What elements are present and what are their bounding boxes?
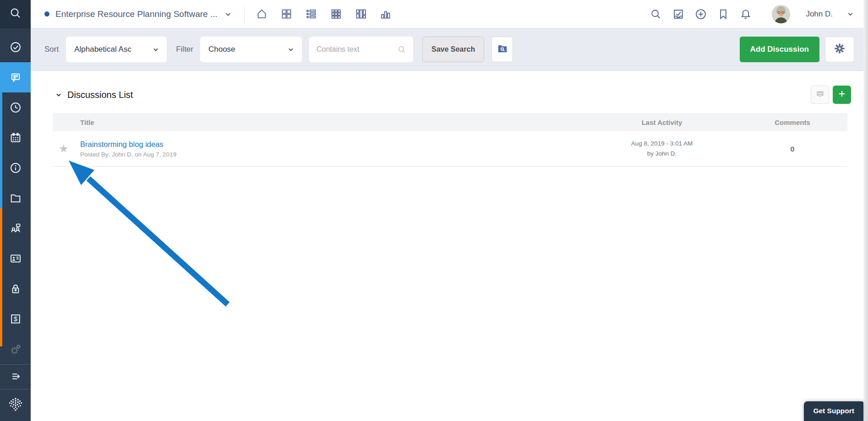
grid-3x3-icon[interactable]: [330, 8, 342, 20]
calendar-icon: [9, 131, 22, 144]
saved-searches-button[interactable]: [491, 37, 513, 62]
contact-card-icon: [9, 252, 22, 265]
bar-chart-icon[interactable]: [379, 8, 392, 20]
plus-icon: [837, 89, 846, 100]
discussion-view-button[interactable]: [811, 86, 829, 104]
discussion-posted-by: Posted By: John D. on Aug 7, 2019: [80, 151, 176, 158]
sidebar-collapse-button[interactable]: [0, 365, 31, 389]
kanban-columns-icon[interactable]: [355, 8, 367, 20]
column-header-title: Title: [53, 119, 586, 126]
last-activity-author: by John D.: [586, 149, 737, 159]
search-icon: [8, 6, 23, 22]
save-search-label: Save Search: [431, 45, 475, 54]
sidebar-section-marker-blue: [0, 92, 2, 208]
sidebar: $: [0, 0, 31, 421]
chevron-down-icon[interactable]: [846, 10, 854, 18]
topbar-divider: [244, 5, 245, 23]
chevron-down-icon: [152, 46, 159, 53]
dollar-icon: $: [9, 313, 22, 325]
folder-icon: [9, 192, 22, 205]
app-root: $: [0, 0, 868, 421]
bell-icon[interactable]: [739, 8, 752, 21]
search-icon[interactable]: [397, 45, 407, 54]
contains-text-field: [309, 37, 413, 62]
sidebar-item-info[interactable]: [0, 153, 31, 183]
sidebar-item-contacts[interactable]: [0, 243, 31, 274]
add-discussion-button[interactable]: Add Discussion: [740, 37, 819, 62]
people-chat-icon: [9, 222, 22, 235]
table-row: ★ Brainstorming blog ideas Posted By: Jo…: [53, 131, 847, 167]
svg-text:$: $: [13, 315, 17, 323]
sidebar-item-tasks[interactable]: [0, 32, 31, 62]
folder-search-icon: [497, 43, 508, 56]
collapse-panel-chevron-icon[interactable]: [55, 91, 62, 98]
discussion-last-activity: Aug 8, 2019 - 3:01 AM by John D.: [586, 139, 737, 159]
last-activity-datetime: Aug 8, 2019 - 3:01 AM: [586, 139, 737, 149]
sort-select-value: Alphabetical Asc: [74, 45, 131, 54]
column-header-last-activity: Last Activity: [586, 119, 737, 126]
sort-label: Sort: [44, 45, 59, 54]
lock-icon: [9, 282, 22, 295]
sidebar-item-billing[interactable]: $: [0, 304, 31, 334]
topbar: Enterprise Resource Planning Software ..…: [31, 0, 868, 28]
inbox-check-icon[interactable]: [672, 8, 685, 21]
clock-icon: [9, 101, 22, 114]
chevron-down-icon: [287, 46, 295, 53]
plus-circle-icon[interactable]: [694, 8, 707, 21]
search-icon[interactable]: [650, 8, 662, 21]
filter-label: Filter: [176, 45, 193, 54]
view-switcher: [256, 8, 392, 20]
chat-icon: [9, 71, 22, 84]
sidebar-item-time[interactable]: [0, 92, 31, 123]
discussions-panel-header: Discussions List: [31, 71, 868, 113]
filter-select[interactable]: Choose: [200, 37, 302, 62]
avatar[interactable]: [772, 5, 790, 23]
check-circle-icon: [9, 41, 22, 54]
page-scrollbar[interactable]: [863, 0, 868, 421]
discussions-table: Title Last Activity Comments ★ Brainstor…: [53, 113, 847, 167]
gear-icon: [834, 43, 846, 56]
discussion-title-link[interactable]: Brainstorming blog ideas: [80, 140, 176, 149]
sidebar-search-button[interactable]: [0, 0, 31, 28]
sidebar-item-settings[interactable]: [0, 334, 31, 364]
settings-button[interactable]: [825, 37, 854, 62]
brand-logo-icon: [8, 397, 23, 414]
save-search-button[interactable]: Save Search: [422, 37, 484, 62]
content-area: Discussions List Title: [31, 71, 868, 421]
column-header-comments: Comments: [737, 119, 847, 126]
add-discussion-label: Add Discussion: [750, 45, 809, 54]
filter-toolbar: Sort Alphabetical Asc Filter Choose Save…: [31, 28, 868, 71]
home-icon[interactable]: [256, 8, 268, 20]
message-square-icon: [815, 89, 825, 101]
sidebar-item-documents[interactable]: [0, 183, 31, 213]
sidebar-nav: $: [0, 32, 31, 364]
grid-2x2-icon[interactable]: [280, 8, 293, 20]
sidebar-section-marker-orange: [0, 208, 2, 346]
sidebar-brand-logo[interactable]: [0, 389, 31, 421]
collapse-arrow-icon: [9, 370, 22, 384]
topbar-actions: John D.: [650, 5, 854, 23]
sidebar-item-calendar[interactable]: [0, 123, 31, 153]
table-header-row: Title Last Activity Comments: [53, 113, 847, 131]
user-menu[interactable]: John D.: [806, 10, 833, 19]
filter-select-value: Choose: [208, 45, 235, 54]
sidebar-item-security[interactable]: [0, 274, 31, 304]
panel-title: Discussions List: [67, 90, 133, 100]
sidebar-item-workgroups[interactable]: [0, 213, 31, 243]
gears-icon: [9, 343, 22, 356]
contains-text-input[interactable]: [317, 45, 397, 54]
project-status-dot: [44, 11, 49, 16]
sidebar-item-discussions[interactable]: [0, 62, 31, 92]
discussion-comments-count: 0: [737, 145, 847, 153]
add-discussion-quick-button[interactable]: [833, 86, 851, 104]
sort-select[interactable]: Alphabetical Asc: [66, 37, 167, 62]
get-support-button[interactable]: Get Support: [804, 401, 863, 421]
project-title-dropdown[interactable]: Enterprise Resource Planning Software ..…: [55, 9, 218, 19]
bookmark-icon[interactable]: [717, 8, 730, 21]
star-icon[interactable]: ★: [53, 143, 80, 154]
info-icon: [9, 162, 22, 174]
list-icon[interactable]: [305, 8, 317, 20]
chevron-down-icon[interactable]: [224, 10, 232, 18]
